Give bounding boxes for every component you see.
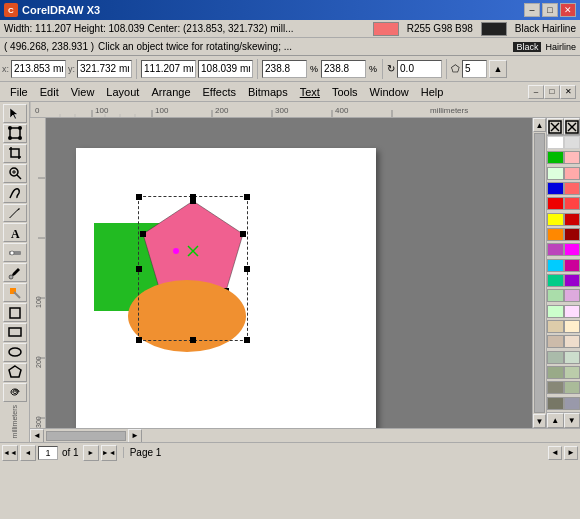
spiral-tool[interactable] <box>3 383 27 402</box>
swatch-orange[interactable] <box>547 228 564 241</box>
page-number-input[interactable] <box>38 446 58 460</box>
palette-x-btn1[interactable] <box>547 118 564 135</box>
menu-tools[interactable]: Tools <box>326 84 364 100</box>
swatch-lttan[interactable] <box>564 320 581 333</box>
swatch-ltpurp[interactable] <box>564 289 581 302</box>
swatch-teal[interactable] <box>547 274 564 287</box>
swatch-gray7[interactable] <box>547 397 564 410</box>
swatch-gray1[interactable] <box>547 351 564 364</box>
maximize-button[interactable]: □ <box>542 3 558 17</box>
rotate-input[interactable]: 0.0 <box>397 60 442 78</box>
canvas-scroll[interactable]: ▲ ▼ <box>46 118 546 428</box>
swatch-gray6[interactable] <box>564 381 581 394</box>
swatch-lttan2[interactable] <box>564 335 581 348</box>
swatch-ltpink[interactable] <box>564 151 581 164</box>
val1-input[interactable]: 238.8 <box>262 60 307 78</box>
swatch-cyan[interactable] <box>547 259 564 272</box>
crop-tool[interactable] <box>3 144 27 163</box>
close-button[interactable]: ✕ <box>560 3 576 17</box>
swatch-gray3[interactable] <box>547 366 564 379</box>
swatch-pkred[interactable] <box>564 259 581 272</box>
sides-up-btn[interactable]: ▲ <box>489 60 507 78</box>
swatch-gray2[interactable] <box>564 351 581 364</box>
hairline-label: Hairline <box>545 42 576 52</box>
swatch-red[interactable] <box>547 197 564 210</box>
swatch-purple[interactable] <box>547 243 564 256</box>
swatch-green[interactable] <box>547 151 564 164</box>
swatch-dkred2[interactable] <box>564 228 581 241</box>
menu-text[interactable]: Text <box>294 84 326 100</box>
swatch-violet[interactable] <box>564 274 581 287</box>
fill-tool[interactable] <box>3 283 27 302</box>
swatch-gray5[interactable] <box>547 381 564 394</box>
scroll-right-btn[interactable]: ► <box>128 429 142 443</box>
eyedropper-tool[interactable] <box>3 263 27 282</box>
outline-tool[interactable] <box>3 303 27 322</box>
menu-arrange[interactable]: Arrange <box>145 84 196 100</box>
swatch-ltgrn3[interactable] <box>547 305 564 318</box>
nav-last-btn[interactable]: ►◄ <box>101 445 117 461</box>
swatch-ltgray[interactable] <box>564 136 581 149</box>
nav-first-btn[interactable]: ◄◄ <box>2 445 18 461</box>
menu-window[interactable]: Window <box>364 84 415 100</box>
swatch-tan[interactable] <box>547 320 564 333</box>
doc-close-btn[interactable]: ✕ <box>560 85 576 99</box>
polygon-tool[interactable] <box>3 363 27 382</box>
interactive-tool[interactable] <box>3 243 27 262</box>
shape-tool[interactable] <box>3 124 27 143</box>
minimize-button[interactable]: – <box>524 3 540 17</box>
val2-input[interactable]: 238.8 <box>321 60 366 78</box>
v-scrollbar[interactable]: ▲ ▼ <box>532 118 546 428</box>
swatch-dkred[interactable] <box>564 213 581 226</box>
swatch-tan2[interactable] <box>547 335 564 348</box>
width-input[interactable]: 111.207 mm <box>141 60 196 78</box>
swatch-red3[interactable] <box>564 197 581 210</box>
height-input[interactable]: 108.039 mm <box>198 60 253 78</box>
palette-up-arrow[interactable]: ▲ <box>547 413 564 428</box>
swatch-gray8[interactable] <box>564 397 581 410</box>
y-input[interactable]: 321.732 mm <box>77 60 132 78</box>
scroll-h-thumb[interactable] <box>46 431 126 441</box>
menu-effects[interactable]: Effects <box>197 84 242 100</box>
status-scroll-right[interactable]: ► <box>564 446 578 460</box>
doc-restore-btn[interactable]: □ <box>544 85 560 99</box>
scroll-left-btn[interactable]: ◄ <box>30 429 44 443</box>
freehand-tool[interactable] <box>3 184 27 203</box>
menu-layout[interactable]: Layout <box>100 84 145 100</box>
menu-file[interactable]: File <box>4 84 34 100</box>
nav-next-btn[interactable]: ► <box>83 445 99 461</box>
select-tool[interactable] <box>3 104 27 123</box>
menu-help[interactable]: Help <box>415 84 450 100</box>
swatch-ltgrn2[interactable] <box>547 289 564 302</box>
sides-input[interactable]: 5 <box>462 60 487 78</box>
swatch-ltgreen[interactable] <box>547 167 564 180</box>
pen-tool[interactable] <box>3 204 27 223</box>
swatch-gray4[interactable] <box>564 366 581 379</box>
shape-ellipse[interactable] <box>128 280 246 352</box>
scroll-thumb[interactable] <box>534 133 545 413</box>
ellipse-tool[interactable] <box>3 343 27 362</box>
rectangle-tool[interactable] <box>3 323 27 342</box>
text-tool[interactable]: A <box>3 223 27 242</box>
menu-view[interactable]: View <box>65 84 101 100</box>
doc-minimize-btn[interactable]: – <box>528 85 544 99</box>
status-scroll-left[interactable]: ◄ <box>548 446 562 460</box>
scroll-up-btn[interactable]: ▲ <box>533 118 546 132</box>
swatch-yellow[interactable] <box>547 213 564 226</box>
menu-bitmaps[interactable]: Bitmaps <box>242 84 294 100</box>
swatch-magenta[interactable] <box>564 243 581 256</box>
zoom-tool[interactable] <box>3 164 27 183</box>
swatch-pink2[interactable] <box>564 167 581 180</box>
svg-rect-16 <box>9 328 21 336</box>
scroll-down-btn[interactable]: ▼ <box>533 414 546 428</box>
menu-edit[interactable]: Edit <box>34 84 65 100</box>
x-input[interactable]: 213.853 mm <box>11 60 66 78</box>
palette-x-btn2[interactable] <box>564 118 581 135</box>
swatch-white[interactable] <box>547 136 564 149</box>
swatch-red2[interactable] <box>564 182 581 195</box>
color-swatches <box>547 136 580 412</box>
swatch-ltpurp2[interactable] <box>564 305 581 318</box>
palette-down-arrow[interactable]: ▼ <box>564 413 581 428</box>
swatch-blue[interactable] <box>547 182 564 195</box>
nav-prev-btn[interactable]: ◄ <box>20 445 36 461</box>
